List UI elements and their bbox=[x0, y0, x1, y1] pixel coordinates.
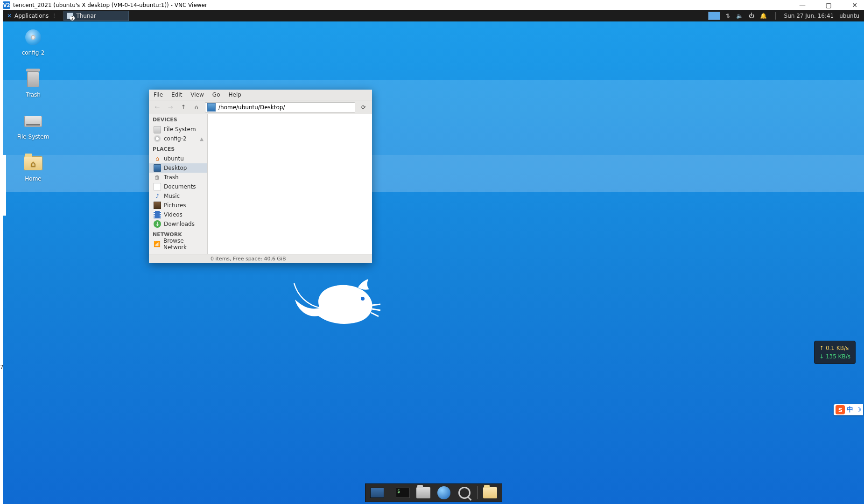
sidebar-item-label: Videos bbox=[164, 211, 183, 218]
dock-home-folder[interactable] bbox=[482, 486, 498, 500]
sidebar-header-places: PLACES bbox=[149, 143, 207, 154]
sidebar-item-label: Desktop bbox=[164, 165, 187, 171]
menu-view[interactable]: View bbox=[190, 91, 204, 98]
thunar-statusbar: 0 items, Free space: 40.6 GiB bbox=[149, 254, 372, 263]
sidebar-item-label: Pictures bbox=[164, 202, 186, 209]
sidebar-item-label: Documents bbox=[164, 183, 196, 190]
desktop-icon-label: File System bbox=[17, 133, 49, 140]
sidebar-item-config2[interactable]: config-2 ▲ bbox=[149, 134, 207, 143]
dock-separator bbox=[477, 486, 478, 499]
taskbar-button-label: Thunar bbox=[76, 13, 96, 19]
taskbar-button-thunar[interactable]: Thunar bbox=[63, 11, 129, 21]
power-icon[interactable]: ⏻ bbox=[749, 13, 754, 19]
globe-icon bbox=[437, 486, 450, 499]
menu-edit[interactable]: Edit bbox=[171, 91, 182, 98]
tray-divider bbox=[775, 12, 776, 20]
sidebar-item-label: File System bbox=[164, 126, 196, 133]
show-desktop-icon bbox=[370, 488, 384, 498]
thunar-content-area[interactable] bbox=[208, 114, 372, 254]
xfce-logo-icon: ✕ bbox=[7, 13, 12, 19]
sidebar-item-filesystem[interactable]: File System bbox=[149, 125, 207, 134]
desktop-icon-label: config-2 bbox=[22, 49, 45, 56]
vnc-titlebar: V2 tencent_2021 (ubuntu's X desktop (VM-… bbox=[0, 0, 864, 10]
sidebar-item-desktop[interactable]: Desktop bbox=[149, 163, 207, 173]
network-icon[interactable]: ⇅ bbox=[726, 13, 731, 19]
thunar-body: DEVICES File System config-2 ▲ PLACES ⌂ … bbox=[149, 114, 372, 254]
sidebar-header-devices: DEVICES bbox=[149, 114, 207, 125]
minimize-button[interactable]: — bbox=[796, 1, 809, 9]
sidebar-item-downloads[interactable]: ↓ Downloads bbox=[149, 219, 207, 229]
clock[interactable]: Sun 27 Jun, 16:41 bbox=[784, 13, 834, 19]
location-bar bbox=[205, 102, 355, 112]
wallpaper-band bbox=[3, 80, 864, 155]
location-input[interactable] bbox=[218, 103, 355, 112]
desktop-icons: config-2 Trash File System Home bbox=[10, 28, 56, 182]
reload-button[interactable]: ⟳ bbox=[359, 104, 368, 111]
menu-go[interactable]: Go bbox=[212, 91, 220, 98]
sidebar-item-label: Downloads bbox=[164, 221, 195, 227]
dock-terminal[interactable]: $_ bbox=[395, 486, 411, 500]
dock-app-finder[interactable] bbox=[457, 486, 472, 500]
remote-desktop: ✕ Applications ⋮ Thunar ⇅ 🔈 ⏻ 🔔 Sun 27 J… bbox=[3, 10, 864, 504]
nav-up-button[interactable]: ↑ bbox=[179, 103, 188, 112]
sidebar-item-label: Browse Network bbox=[163, 238, 204, 251]
bottom-dock: $_ bbox=[365, 483, 502, 502]
sogou-logo-icon: S bbox=[836, 405, 845, 414]
desktop-icon-filesystem[interactable]: File System bbox=[10, 112, 56, 140]
desktop-icon bbox=[154, 164, 161, 172]
menu-separator-icon: ⋮ bbox=[51, 13, 57, 19]
thunar-window: File Edit View Go Help ← → ↑ ⌂ ⟳ DEVICES… bbox=[149, 90, 372, 263]
optical-disc-icon bbox=[24, 28, 42, 47]
location-folder-icon bbox=[207, 103, 216, 112]
sidebar-item-documents[interactable]: Documents bbox=[149, 182, 207, 191]
nav-home-button[interactable]: ⌂ bbox=[192, 103, 201, 112]
harddrive-icon bbox=[24, 112, 42, 131]
thunar-sidebar: DEVICES File System config-2 ▲ PLACES ⌂ … bbox=[149, 114, 208, 254]
workspace-switcher[interactable] bbox=[708, 12, 720, 20]
nav-back-button[interactable]: ← bbox=[153, 103, 162, 112]
home-icon: ⌂ bbox=[154, 155, 161, 162]
trash-icon bbox=[24, 70, 42, 89]
music-icon: ♪ bbox=[154, 192, 161, 200]
sidebar-item-label: Trash bbox=[164, 174, 179, 181]
system-tray: ⇅ 🔈 ⏻ 🔔 Sun 27 Jun, 16:41 ubuntu bbox=[726, 12, 864, 20]
sidebar-item-music[interactable]: ♪ Music bbox=[149, 191, 207, 201]
thunar-toolbar: ← → ↑ ⌂ ⟳ bbox=[149, 100, 372, 114]
ime-indicator[interactable]: S 中 ☽ bbox=[834, 404, 863, 415]
notifications-icon[interactable]: 🔔 bbox=[760, 13, 767, 19]
close-button[interactable]: ✕ bbox=[848, 1, 861, 9]
eject-icon[interactable]: ▲ bbox=[200, 136, 204, 141]
magnifier-icon bbox=[458, 487, 471, 499]
moon-icon: ☽ bbox=[855, 406, 861, 413]
desktop-icon-config2[interactable]: config-2 bbox=[10, 28, 56, 56]
session-user[interactable]: ubuntu bbox=[839, 13, 859, 19]
thunar-menubar: File Edit View Go Help bbox=[149, 90, 372, 100]
trash-icon: 🗑 bbox=[154, 174, 161, 181]
dock-show-desktop[interactable] bbox=[369, 486, 385, 500]
volume-icon[interactable]: 🔈 bbox=[736, 13, 743, 19]
thunar-task-icon bbox=[67, 13, 73, 19]
menu-file[interactable]: File bbox=[154, 91, 163, 98]
status-text: 0 items, Free space: 40.6 GiB bbox=[211, 256, 286, 262]
sidebar-item-label: config-2 bbox=[164, 135, 187, 142]
sidebar-item-label: Music bbox=[164, 193, 180, 199]
sidebar-item-videos[interactable]: Videos bbox=[149, 210, 207, 219]
desktop-icon-home[interactable]: Home bbox=[10, 154, 56, 182]
vnc-window-buttons: — ▢ ✕ bbox=[796, 1, 861, 9]
dock-file-manager[interactable] bbox=[415, 486, 431, 500]
sidebar-item-trash[interactable]: 🗑 Trash bbox=[149, 173, 207, 182]
ime-language-label: 中 bbox=[847, 406, 853, 414]
sidebar-item-browse-network[interactable]: 📶 Browse Network bbox=[149, 239, 207, 249]
sidebar-item-pictures[interactable]: Pictures bbox=[149, 201, 207, 210]
maximize-button[interactable]: ▢ bbox=[822, 1, 835, 9]
home-folder-icon bbox=[483, 487, 497, 498]
netspeed-down: ↓ 135 KB/s bbox=[819, 352, 850, 361]
svg-point-0 bbox=[361, 297, 365, 301]
applications-menu[interactable]: ✕ Applications ⋮ bbox=[3, 10, 61, 21]
menu-help[interactable]: Help bbox=[228, 91, 241, 98]
sidebar-item-ubuntu[interactable]: ⌂ ubuntu bbox=[149, 154, 207, 163]
dock-web-browser[interactable] bbox=[436, 486, 452, 500]
desktop-icon-trash[interactable]: Trash bbox=[10, 70, 56, 98]
applications-label: Applications bbox=[14, 13, 49, 19]
nav-forward-button[interactable]: → bbox=[166, 103, 175, 112]
